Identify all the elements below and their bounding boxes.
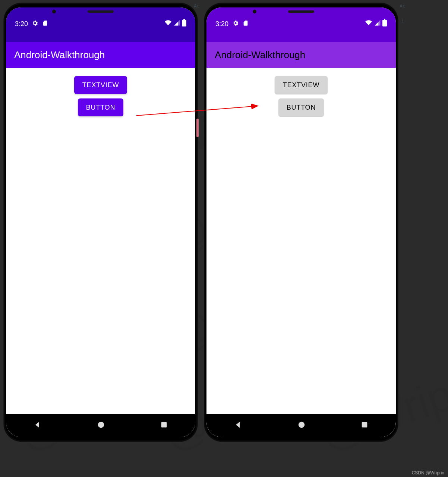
textview-button-label: TEXTVIEW bbox=[283, 81, 319, 89]
phone-camera bbox=[52, 10, 56, 13]
textview-button[interactable]: TEXTVIEW bbox=[74, 76, 127, 94]
wifi-icon bbox=[164, 19, 172, 28]
button-button-label: BUTTON bbox=[287, 104, 316, 112]
nav-home-icon[interactable] bbox=[297, 421, 306, 430]
nav-recent-icon[interactable] bbox=[160, 421, 168, 430]
status-bar-spacer bbox=[6, 31, 195, 42]
settings-icon bbox=[232, 20, 239, 28]
power-button-accent bbox=[196, 119, 199, 137]
status-bar-spacer bbox=[206, 31, 396, 42]
app-title: Android-Walkthrough bbox=[14, 49, 105, 61]
content-area: TEXTVIEW BUTTON bbox=[206, 68, 396, 414]
status-time: 3:20 bbox=[215, 20, 228, 28]
battery-icon bbox=[382, 19, 387, 28]
svg-rect-1 bbox=[161, 422, 167, 428]
button-button[interactable]: BUTTON bbox=[278, 98, 324, 116]
phone-screen-right: 3:20 Android- bbox=[206, 7, 396, 437]
phone-speaker bbox=[288, 10, 314, 13]
button-button-label: BUTTON bbox=[86, 104, 115, 112]
nav-back-icon[interactable] bbox=[234, 420, 243, 431]
sd-card-icon bbox=[42, 20, 48, 28]
content-area: TEXTVIEW BUTTON bbox=[6, 68, 195, 414]
textview-button-label: TEXTVIEW bbox=[82, 81, 119, 89]
textview-button[interactable]: TEXTVIEW bbox=[275, 76, 328, 94]
button-button[interactable]: BUTTON bbox=[78, 98, 123, 116]
battery-icon bbox=[182, 19, 186, 28]
bg-code-snip: Ac bbox=[400, 3, 406, 9]
bg-code-snip: Ac bbox=[194, 3, 200, 9]
nav-home-icon[interactable] bbox=[97, 421, 105, 430]
wifi-icon bbox=[365, 19, 373, 28]
navigation-bar bbox=[6, 414, 195, 437]
phone-speaker bbox=[88, 10, 114, 13]
action-bar: Android-Walkthrough bbox=[206, 42, 396, 68]
phone-frame-left: 3:20 Android- bbox=[4, 3, 198, 442]
signal-icon bbox=[374, 19, 381, 28]
nav-recent-icon[interactable] bbox=[360, 421, 369, 430]
app-title: Android-Walkthrough bbox=[215, 49, 305, 61]
signal-icon bbox=[174, 19, 180, 28]
svg-rect-3 bbox=[362, 422, 367, 428]
navigation-bar bbox=[206, 414, 396, 437]
svg-point-0 bbox=[98, 422, 104, 428]
nav-back-icon[interactable] bbox=[33, 420, 42, 431]
phone-camera bbox=[253, 10, 256, 13]
bg-code-snip: i bbox=[401, 18, 404, 23]
credit-text: CSDN @Wriprin bbox=[412, 470, 444, 476]
status-time: 3:20 bbox=[15, 20, 28, 28]
phone-screen-left: 3:20 Android- bbox=[6, 7, 195, 437]
svg-point-2 bbox=[299, 422, 305, 428]
settings-icon bbox=[32, 20, 38, 28]
action-bar: Android-Walkthrough bbox=[6, 42, 195, 68]
phone-frame-right: 3:20 Android- bbox=[204, 3, 398, 442]
sd-card-icon bbox=[243, 20, 249, 28]
